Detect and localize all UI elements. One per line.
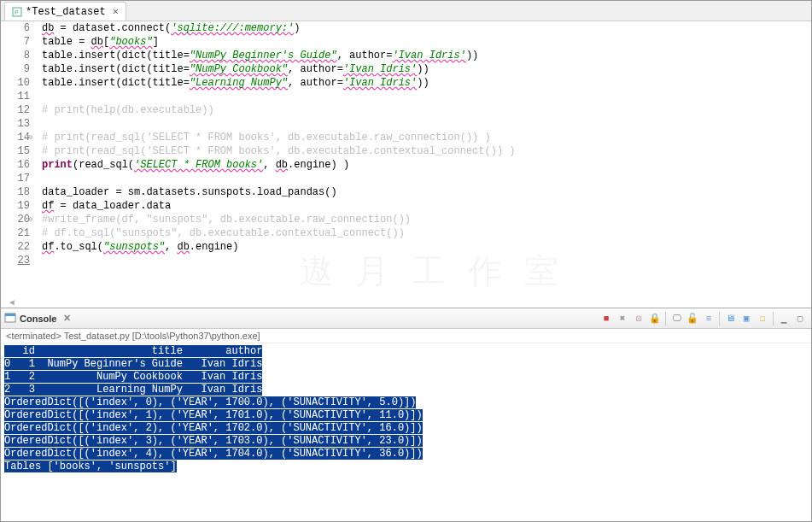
code-line[interactable]: print(read_sql('SELECT * FROM books', db… [42, 158, 811, 172]
code-line[interactable] [42, 117, 811, 131]
editor-tab-active[interactable]: P *Test_dataset ✕ [4, 2, 126, 21]
code-line[interactable]: # df.to_sql("sunspots", db.executable.co… [42, 226, 811, 240]
code-line[interactable]: # print(read_sql('SELECT * FROM books', … [42, 131, 811, 144]
code-line[interactable]: # print(help(db.executable)) [42, 103, 811, 117]
code-line[interactable]: data_loader = sm.datasets.sunspots.load_… [42, 185, 811, 199]
console-output[interactable]: id title author0 1 NumPy Beginner's Guid… [1, 343, 811, 519]
scroll-lock-icon[interactable]: 🔓 [685, 311, 700, 326]
remove-icon[interactable]: ✖ [615, 311, 630, 326]
close-icon[interactable]: ✕ [113, 5, 119, 18]
code-line[interactable]: df.to_sql("sunspots", db.engine) [42, 240, 811, 254]
stop-icon[interactable]: ■ [599, 311, 614, 326]
code-line[interactable] [42, 90, 811, 103]
code-line[interactable]: df = data_loader.data [42, 199, 811, 213]
editor-pane: P *Test_dataset ✕ 67891011121314⊖1516171… [1, 1, 811, 308]
python-file-icon: P [12, 7, 22, 17]
code-line[interactable] [42, 254, 811, 267]
horizontal-ruler-arrow: ◄ [1, 298, 811, 308]
word-wrap-icon[interactable]: ≡ [701, 311, 716, 326]
console-output-line: OrderedDict([('index', 0), ('YEAR', 1700… [4, 396, 416, 408]
console-output-line: 2 3 Learning NumPy Ivan Idris [4, 384, 262, 396]
pin-icon[interactable]: 🔒 [647, 311, 663, 326]
console-output-line: OrderedDict([('index', 3), ('YEAR', 1703… [4, 435, 423, 447]
editor-tab-bar: P *Test_dataset ✕ [1, 1, 811, 21]
code-line[interactable] [42, 172, 811, 185]
close-icon[interactable]: ✕ [63, 313, 71, 324]
console-header: Console ✕ ■✖⦻🔒🖵🔓≡🖥▣☐▁▢ [1, 308, 811, 329]
console-tab[interactable]: Console ✕ [4, 312, 71, 326]
new-console-icon[interactable]: ☐ [755, 311, 770, 326]
show-console-icon[interactable]: 🖥 [722, 311, 738, 326]
code-line[interactable]: table = db["books"] [42, 35, 811, 49]
console-title-text: Console [20, 314, 56, 324]
console-toolbar: ■✖⦻🔒🖵🔓≡🖥▣☐▁▢ [599, 311, 808, 326]
min-icon[interactable]: ▁ [776, 311, 792, 326]
console-output-line: id title author [4, 345, 262, 357]
code-line[interactable]: table.insert(dict(title="Learning NumPy"… [42, 76, 811, 90]
open-console-icon[interactable]: ▣ [739, 311, 754, 326]
tab-label: *Test_dataset [26, 6, 106, 18]
code-editor[interactable]: 67891011121314⊖151617181920⊖212223 db = … [1, 21, 811, 298]
code-line[interactable]: table.insert(dict(title="NumPy Cookbook"… [42, 62, 811, 76]
code-line[interactable]: # print(read_sql('SELECT * FROM books', … [42, 144, 811, 158]
display-icon[interactable]: 🖵 [669, 311, 684, 326]
line-number-gutter: 67891011121314⊖151617181920⊖212223 [1, 21, 37, 298]
console-icon [4, 312, 16, 326]
svg-rect-3 [5, 314, 15, 316]
max-icon[interactable]: ▢ [792, 311, 808, 326]
code-line[interactable]: db = dataset.connect('sqlite:///:memory:… [42, 21, 811, 35]
console-output-line: Tables ['books', 'sunspots'] [4, 460, 177, 472]
console-output-line: OrderedDict([('index', 4), ('YEAR', 1704… [4, 448, 423, 460]
console-pane: Console ✕ ■✖⦻🔒🖵🔓≡🖥▣☐▁▢ <terminated> Test… [1, 308, 811, 519]
console-output-line: OrderedDict([('index', 1), ('YEAR', 1701… [4, 409, 423, 421]
console-output-line: 1 2 NumPy Cookbook Ivan Idris [4, 371, 262, 383]
termination-status: <terminated> Test_dataset.py [D:\tools\P… [1, 329, 811, 343]
svg-text:P: P [15, 9, 19, 16]
console-output-line: OrderedDict([('index', 2), ('YEAR', 1702… [4, 422, 423, 434]
console-output-line: 0 1 NumPy Beginner's Guide Ivan Idris [4, 358, 262, 370]
code-content[interactable]: db = dataset.connect('sqlite:///:memory:… [37, 21, 811, 298]
remove-all-icon[interactable]: ⦻ [631, 311, 646, 326]
code-line[interactable]: #write_frame(df, "sunspots", db.executab… [42, 213, 811, 226]
code-line[interactable]: table.insert(dict(title="NumPy Beginner'… [42, 49, 811, 62]
